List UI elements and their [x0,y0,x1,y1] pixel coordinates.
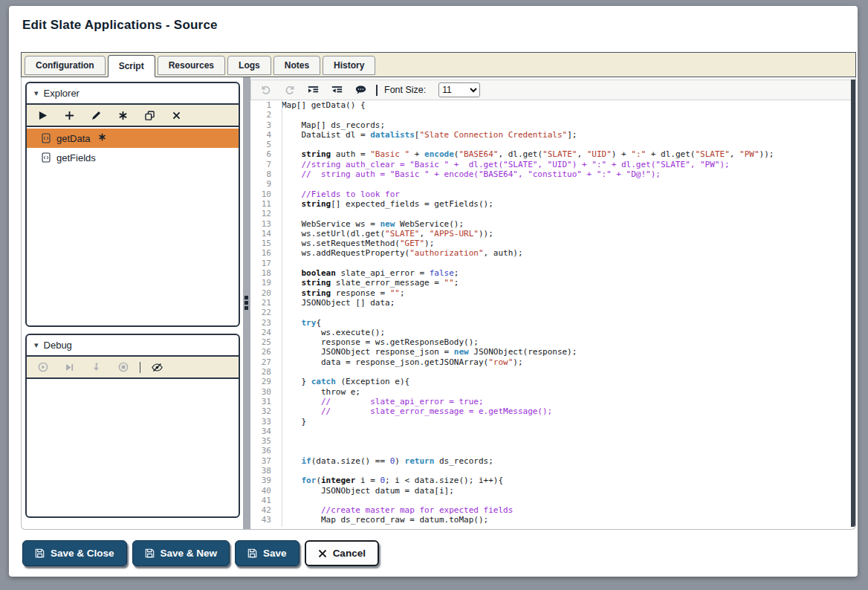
tab-history[interactable]: History [323,56,375,75]
script-file-icon [42,152,51,163]
code-text-area[interactable]: 1Map[] getData() {23 Map[] ds_records;4 … [250,100,850,527]
outdent-icon[interactable] [331,85,343,96]
code-line: 31 // slate_api_error = true; [250,397,850,406]
indent-icon[interactable] [308,85,319,96]
explorer-header[interactable]: ▾ Explorer [27,83,239,105]
cancel-button[interactable]: Cancel [305,540,379,566]
save-icon [247,548,257,558]
line-number: 41 [250,496,276,505]
tab-configuration[interactable]: Configuration [25,56,106,75]
step-over-icon[interactable] [64,362,75,373]
line-number: 25 [250,337,276,347]
code-line: 11 string[] expected_fields = getFields(… [250,199,850,209]
line-number: 37 [250,456,276,466]
script-file-icon [42,133,51,143]
tab-resources[interactable]: Resources [158,56,225,75]
code-line: 35 [250,436,850,446]
debug-header[interactable]: ▾ Debug [27,335,239,357]
explorer-item-getdata[interactable]: getData [27,129,239,148]
line-number: 6 [250,149,276,159]
explorer-item-getfields[interactable]: getFields [27,148,239,167]
code-line: 5 [250,140,850,149]
code-line: 39 for(integer i = 0; i < data.size(); i… [250,476,850,485]
line-number: 22 [250,308,276,317]
comment-icon[interactable] [355,85,366,96]
line-number: 3 [250,120,276,130]
tab-shell: ConfigurationScriptResourcesLogsNotesHis… [21,52,856,530]
code-line: 34 [250,427,850,436]
close-icon[interactable] [171,110,182,121]
step-into-icon[interactable] [91,362,102,373]
line-number: 21 [250,298,276,308]
save-icon [35,548,45,558]
line-number: 18 [250,268,276,278]
save-icon [145,548,155,558]
line-number: 15 [250,239,276,248]
code-line: 17 [250,259,850,268]
line-number: 2 [250,110,276,120]
stop-circle-icon[interactable] [117,362,129,373]
code-line: 16 ws.addRequestProperty("authorization"… [250,248,850,258]
line-number: 5 [250,140,276,149]
splitter-grip-icon [244,294,248,311]
explorer-item-label: getFields [56,152,96,163]
line-number: 28 [250,367,276,377]
editor-toolbar: Font Size: 11 [250,80,855,100]
code-line: 27 data = response_json.getJSONArray("ro… [250,357,850,367]
play-circle-icon[interactable] [37,362,48,373]
code-line: 24 ws.execute(); [250,328,850,337]
font-size-select[interactable]: 11 [438,82,480,97]
pencil-icon[interactable] [91,110,102,121]
explorer-item-label: getData [56,133,91,144]
line-number: 35 [250,436,276,446]
redo-icon[interactable] [284,85,295,96]
tab-content: ▾ Explorer getDatagetFields ▾ Debug [21,77,856,530]
asterisk-icon[interactable] [117,110,129,121]
line-number: 4 [250,130,276,140]
window-card: Edit Slate Applications - Source Configu… [9,6,858,577]
code-line: 15 ws.setRequestMethod("GET"); [250,239,850,248]
undo-icon[interactable] [260,85,271,96]
line-number: 31 [250,397,276,406]
save-close-button[interactable]: Save & Close [22,540,127,566]
line-number: 43 [250,515,276,525]
debug-panel: ▾ Debug [25,334,240,518]
line-number: 12 [250,209,276,218]
debug-toolbar [27,357,239,379]
explorer-list: getDatagetFields [27,127,239,167]
save-new-button[interactable]: Save & New [132,540,230,566]
line-number: 13 [250,219,276,229]
code-line: 13 WebService ws = new WebService(); [250,219,850,229]
code-line: 19 string slate_error_message = ""; [250,278,850,288]
copy-icon[interactable] [144,110,155,121]
editor-scrollbar[interactable] [851,80,855,527]
code-line: 8 // string auth = "Basic " + encode("BA… [250,169,850,179]
line-number: 10 [250,189,276,199]
line-number: 26 [250,347,276,357]
debug-output-area [27,379,239,380]
code-line: 25 response = ws.getResponseBody(); [250,337,850,347]
tab-bar: ConfigurationScriptResourcesLogsNotesHis… [21,52,856,77]
save-button[interactable]: Save [235,540,299,566]
caret-down-icon: ▾ [34,340,39,350]
line-number: 29 [250,377,276,386]
code-line: 41 [250,496,850,505]
code-line: 10 //Fields to look for [250,189,850,199]
code-line: 37 if(data.size() == 0) return ds_record… [250,456,850,466]
plus-icon[interactable] [64,110,75,121]
code-line: 43 Map ds_record_raw = datum.toMap(); [250,515,850,525]
line-number: 17 [250,259,276,268]
explorer-panel: ▾ Explorer getDatagetFields [25,82,240,327]
page-title: Edit Slate Applications - Source [22,18,218,33]
panel-splitter[interactable] [243,77,250,529]
tab-script[interactable]: Script [108,55,155,77]
tab-logs[interactable]: Logs [227,56,271,75]
line-number: 23 [250,318,276,328]
eye-off-icon[interactable] [152,362,163,373]
tab-notes[interactable]: Notes [273,56,320,75]
code-line: 18 boolean slate_api_error = false; [250,268,850,278]
line-number: 8 [250,169,276,179]
line-number: 40 [250,486,276,496]
play-icon[interactable] [37,110,48,121]
code-line: 21 JSONObject [] data; [250,298,850,308]
